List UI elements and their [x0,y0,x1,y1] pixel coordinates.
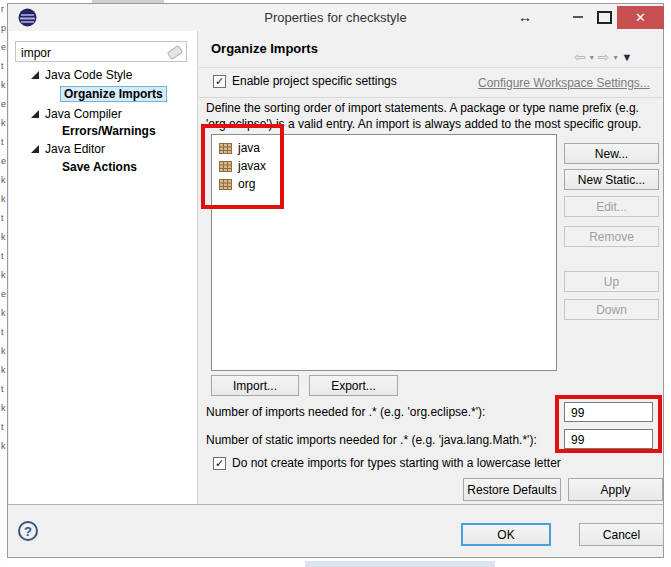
import-button[interactable]: Import... [211,375,299,396]
tree-item-label: Save Actions [62,160,137,174]
checkbox-label: Enable project specific settings [232,74,397,88]
back-icon[interactable]: ⇦ [574,49,586,65]
imports-needed-input[interactable] [569,405,651,421]
sidebar-item-java-code-style[interactable]: Java Code Style [9,67,220,83]
properties-dialog: Properties for checkstyle ↔ ✕ Java Code … [7,3,664,558]
ok-button[interactable]: OK [461,523,551,546]
sidebar-item-organize-imports[interactable]: Organize Imports [60,86,167,102]
sidebar-item-java-editor[interactable]: Java Editor [9,141,220,157]
configure-workspace-settings-link[interactable]: Configure Workspace Settings... [478,76,650,90]
tree-item-label: Java Editor [45,142,105,156]
forward-icon[interactable]: ⇨ [598,49,610,65]
tree-item-label: Java Compiler [45,107,122,121]
static-imports-needed-label: Number of static imports needed for .* (… [206,433,537,447]
tree-expanded-icon[interactable] [31,71,39,79]
edit-button[interactable]: Edit... [564,196,659,217]
question-icon: ? [24,524,32,539]
list-item-java[interactable]: java [219,139,260,157]
close-button[interactable]: ✕ [617,6,664,29]
description-text: Define the sorting order of import state… [206,101,656,132]
list-item-label: javax [238,159,266,173]
new-button[interactable]: New... [564,143,659,164]
checkbox-checked-icon[interactable]: ✓ [213,457,226,470]
lowercase-imports-checkbox[interactable]: ✓ Do not create imports for types starti… [213,456,561,470]
list-item-org[interactable]: org [219,175,255,193]
close-icon: ✕ [635,10,646,25]
enable-project-settings-checkbox[interactable]: ✓ Enable project specific settings [213,74,397,88]
section-divider [199,97,663,98]
filter-input[interactable] [19,43,168,62]
import-order-list[interactable]: java javax org [211,134,557,371]
preferences-sidebar: Java Code Style Organize Imports Java Co… [9,31,198,504]
header-divider [199,67,663,68]
page-navigation: ⇦ ▾ ⇨ ▾ ▼ [574,49,632,65]
forward-dropdown-icon[interactable]: ▾ [613,53,617,62]
tree-item-label: Organize Imports [64,87,163,101]
back-dropdown-icon[interactable]: ▾ [590,53,594,62]
tree-expanded-icon[interactable] [31,110,39,118]
view-menu-icon[interactable]: ▼ [622,51,633,63]
checkbox-checked-icon[interactable]: ✓ [213,75,226,88]
background-window-fragment-bottom [305,561,495,567]
down-button[interactable]: Down [564,299,659,320]
page-title: Organize Imports [211,41,318,56]
tree-expanded-icon[interactable] [31,145,39,153]
cancel-button[interactable]: Cancel [579,523,664,546]
new-static-button[interactable]: New Static... [564,169,659,190]
title-bar[interactable]: Properties for checkstyle ↔ ✕ [8,4,663,31]
package-icon [219,142,232,154]
restore-resize-button[interactable]: ↔ [513,7,537,27]
filter-box [15,41,187,62]
tree-item-label: Errors/Warnings [62,124,156,138]
minimize-icon [573,16,583,18]
tree-item-label: Java Code Style [45,68,132,82]
package-icon [219,160,232,172]
list-item-label: java [238,141,260,155]
footer-divider [8,504,663,505]
maximize-icon [597,11,612,24]
help-button[interactable]: ? [18,521,38,541]
export-button[interactable]: Export... [309,375,398,396]
restore-defaults-button[interactable]: Restore Defaults [463,478,561,501]
apply-button[interactable]: Apply [568,478,663,501]
package-icon [219,178,232,190]
up-button[interactable]: Up [564,271,659,292]
imports-needed-label: Number of imports needed for .* (e.g. 'o… [206,405,485,419]
static-imports-needed-input[interactable] [569,432,651,448]
static-imports-needed-field-wrap [564,429,653,449]
clear-filter-icon[interactable] [167,45,184,60]
remove-button[interactable]: Remove [564,226,659,247]
imports-needed-field-wrap [564,402,653,422]
sidebar-item-java-compiler[interactable]: Java Compiler [9,106,220,122]
minimize-button[interactable] [568,7,588,27]
description-line2: 'org.eclipse') is a valid entry. An impo… [206,117,656,133]
window-title: Properties for checkstyle [8,10,663,25]
list-item-javax[interactable]: javax [219,157,266,175]
list-item-label: org [238,177,255,191]
maximize-button[interactable] [594,7,614,27]
checkbox-label: Do not create imports for types starting… [232,456,561,470]
description-line1: Define the sorting order of import state… [206,101,656,117]
